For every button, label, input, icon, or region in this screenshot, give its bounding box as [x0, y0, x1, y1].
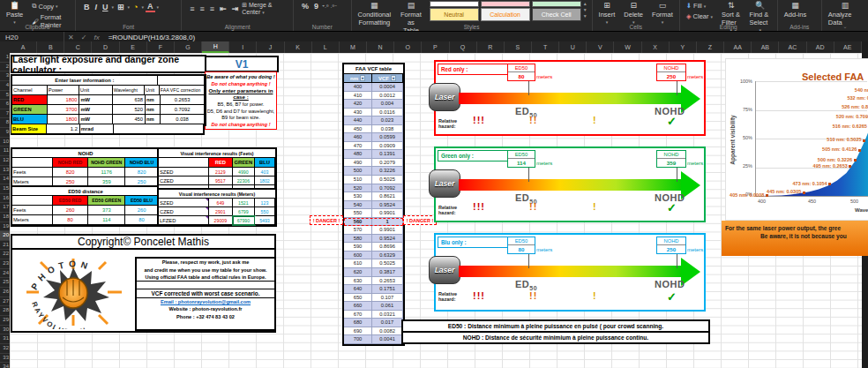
faa-nm-cell[interactable]: 420	[344, 100, 372, 109]
column-header[interactable]: N	[367, 41, 394, 53]
faa-nm-cell[interactable]: 520	[344, 184, 372, 193]
ed50-red-value[interactable]: 80	[53, 215, 89, 225]
gallery-down-icon[interactable]: ▼	[583, 7, 587, 12]
faa-row[interactable]: 570 0.9901	[344, 226, 403, 235]
row-header[interactable]: 33	[0, 354, 10, 364]
italic-button[interactable]: I	[93, 3, 99, 11]
row-header[interactable]: 3	[0, 71, 10, 81]
column-header[interactable]: L	[312, 41, 340, 53]
faa-vcf-cell[interactable]: 0.7092	[372, 184, 403, 193]
vfc-cell[interactable]: 0.2653	[161, 95, 205, 105]
paste-button[interactable]: 📋Paste▾	[4, 1, 25, 26]
faa-nm-cell[interactable]: 450	[344, 125, 372, 134]
merge-center-button[interactable]: ⊞ Merge & Center ▾	[242, 2, 287, 15]
vi-green-value[interactable]: 67990	[233, 216, 255, 225]
faa-row[interactable]: 680 0.017	[344, 319, 403, 327]
faa-nm-cell[interactable]: 670	[344, 311, 372, 319]
column-header[interactable]: AA	[724, 41, 752, 53]
faa-nm-cell[interactable]: 470	[344, 142, 372, 151]
faa-vcf-cell[interactable]: 0.3226	[372, 167, 403, 176]
row-header[interactable]: 4	[0, 81, 10, 91]
row-header[interactable]: 32	[0, 344, 10, 354]
comma-style-button[interactable]: 9	[312, 2, 320, 11]
faa-row[interactable]: 590 0.8696	[344, 243, 403, 252]
row-header[interactable]: 7	[0, 109, 10, 119]
faa-row[interactable]: 400 0.0004	[344, 83, 403, 92]
wavelength-cell[interactable]: 520	[113, 105, 146, 115]
row-header[interactable]: 1	[0, 53, 10, 63]
wavelength-cell[interactable]: 638	[113, 95, 146, 105]
faa-row[interactable]: 470 0.0909	[344, 142, 403, 151]
faa-row[interactable]: 440 0.023	[344, 116, 403, 125]
decrease-decimal-button[interactable]: ·⁰⁻	[331, 4, 338, 10]
faa-row[interactable]: 660 0.061	[344, 302, 403, 311]
font-color-button[interactable]: A	[146, 2, 155, 12]
faa-row[interactable]: 490 0.2079	[344, 159, 403, 168]
column-header[interactable]: X	[642, 41, 670, 53]
column-header[interactable]: P	[422, 41, 449, 53]
vi-blu-value[interactable]: 5493	[255, 216, 275, 225]
ed50-blu-value[interactable]: 80	[125, 215, 159, 225]
align-center-icon[interactable]: ≡	[198, 4, 206, 13]
style-calculation[interactable]: Calculation	[481, 8, 530, 21]
sheet-area[interactable]: Laser light exposure and danger zone cal…	[10, 53, 862, 368]
faa-row[interactable]: 650 0.107	[344, 294, 403, 303]
faa-nm-cell[interactable]: 580	[344, 235, 372, 244]
row-header[interactable]: 27	[0, 297, 10, 307]
nohd-green-value[interactable]: 1176	[88, 168, 125, 177]
underline-button[interactable]: U	[101, 3, 110, 11]
faa-nm-cell[interactable]: 440	[344, 116, 372, 125]
faa-vcf-cell[interactable]: 0.038	[372, 125, 403, 134]
row-header[interactable]: 10	[0, 138, 10, 147]
faa-row[interactable]: 430 0.0116	[344, 109, 403, 117]
vi-red-value[interactable]: 29009	[209, 216, 233, 225]
faa-row[interactable]: 530 0.8621	[344, 192, 403, 201]
vi-blu-value[interactable]: 1802	[255, 176, 275, 185]
column-header[interactable]: R	[477, 41, 505, 53]
faa-row[interactable]: 550 0.9901	[344, 209, 403, 218]
column-header[interactable]: M	[340, 41, 367, 53]
percent-style-button[interactable]: %	[300, 2, 311, 11]
column-header[interactable]: Q	[450, 41, 477, 53]
ed50-blu-value[interactable]: 260	[125, 206, 159, 215]
borders-button[interactable]: ⊞	[116, 3, 126, 11]
faa-row[interactable]: 580 0.9524	[344, 235, 403, 244]
column-header[interactable]: A	[10, 41, 37, 53]
faa-nm-cell[interactable]: 650	[344, 294, 372, 303]
column-header[interactable]: H	[202, 41, 229, 53]
column-header[interactable]: B	[37, 41, 64, 53]
faa-vcf-cell[interactable]: 0.9901	[372, 209, 403, 218]
faa-row[interactable]: 610 0.5025	[344, 259, 403, 268]
column-header[interactable]: V	[587, 41, 614, 53]
row-header[interactable]: 30	[0, 326, 10, 335]
gallery-up-icon[interactable]: ▲	[583, 1, 587, 6]
row-header[interactable]: 16	[0, 194, 10, 204]
faa-nm-cell[interactable]: 590	[344, 243, 372, 252]
fill-button[interactable]: ⬇Fill▾	[685, 1, 715, 11]
wavelength-unit-cell[interactable]: nm	[146, 95, 161, 105]
faa-nm-cell[interactable]: 660	[344, 302, 372, 311]
delete-cells-button[interactable]: ⊟Delete▾	[622, 1, 645, 26]
faa-row[interactable]: 620 0.3817	[344, 268, 403, 277]
copy-button[interactable]: ⧉Copy▾	[30, 1, 71, 11]
faa-vcf-cell[interactable]: 0.0082	[372, 327, 403, 336]
row-header[interactable]: 19	[0, 222, 10, 232]
faa-row[interactable]: 460 0.0599	[344, 133, 403, 142]
faa-nm-cell[interactable]: 640	[344, 285, 372, 294]
faa-vcf-cell[interactable]: 0.5025	[372, 259, 403, 268]
power-cell[interactable]: 3700	[48, 105, 80, 115]
faa-row[interactable]: 420 0.004	[344, 100, 403, 109]
faa-nm-cell[interactable]: 610	[344, 259, 372, 268]
wavelength-unit-cell[interactable]: nm	[146, 105, 161, 115]
row-headers[interactable]: 1234567891011121314151617181920212223242…	[0, 53, 10, 368]
faa-nm-cell[interactable]: 620	[344, 268, 372, 277]
vi-red-value[interactable]: 2129	[209, 168, 233, 176]
faa-nm-cell[interactable]: 690	[344, 327, 372, 336]
faa-vcf-cell[interactable]: 1	[372, 218, 403, 227]
row-header[interactable]: 34	[0, 363, 10, 368]
faa-nm-cell[interactable]: 490	[344, 159, 372, 168]
row-header[interactable]: 14	[0, 175, 10, 184]
clear-button[interactable]: ◈Clear▾	[685, 11, 715, 21]
faa-nm-cell[interactable]: 510	[344, 176, 372, 184]
row-header[interactable]: 25	[0, 278, 10, 288]
